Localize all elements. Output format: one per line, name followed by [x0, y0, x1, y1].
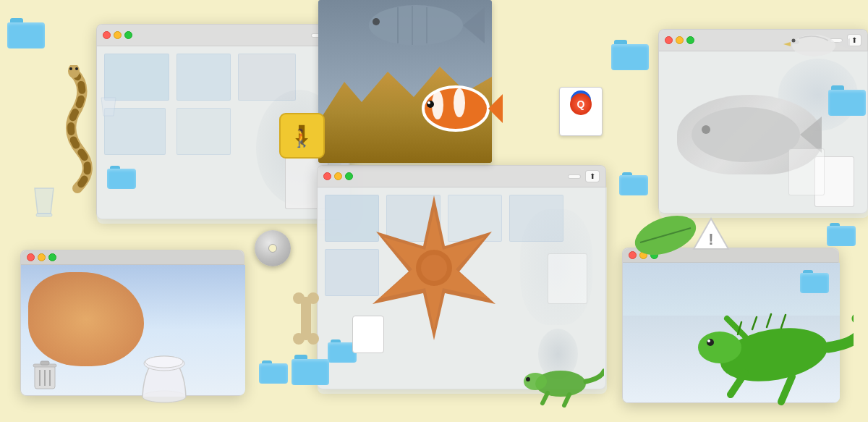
close-button-cat[interactable]: [665, 36, 673, 44]
svg-text:!: !: [708, 230, 713, 248]
svg-rect-50: [301, 297, 311, 340]
trash-svg: [32, 360, 58, 392]
seagull-svg: [778, 20, 850, 71]
folder-extra-1[interactable]: [259, 360, 288, 385]
paper-doc-2: [788, 148, 825, 195]
svg-point-42: [707, 339, 710, 342]
fullscreen-button-cat[interactable]: [686, 36, 694, 44]
folder-top-left[interactable]: [7, 18, 45, 50]
svg-point-56: [792, 39, 796, 43]
fullscreen-button-elephant[interactable]: [345, 172, 353, 180]
green-leaf: [633, 214, 698, 257]
svg-point-28: [75, 67, 78, 70]
top-fish: [354, 0, 485, 58]
bone-icon: [288, 290, 324, 347]
svg-point-12: [454, 88, 465, 117]
svg-marker-57: [783, 42, 791, 46]
trash-full-icon[interactable]: [32, 360, 58, 392]
wolf-titlebar: ⬆: [97, 25, 349, 46]
white-container: [137, 355, 192, 405]
traffic-lights-wolf: [103, 31, 132, 39]
svg-marker-54: [835, 38, 850, 49]
snake-svg: [52, 65, 99, 195]
fullscreen-button-wolf[interactable]: [124, 31, 132, 39]
starfish: [354, 188, 514, 347]
close-button-cat-photo[interactable]: [27, 253, 35, 261]
bone-svg: [288, 290, 324, 347]
wolf-folder-icon[interactable]: [107, 166, 136, 190]
folder-upper-right-2[interactable]: [619, 172, 648, 197]
svg-point-18: [373, 18, 380, 25]
leaf-svg: [633, 214, 698, 257]
elephant-titlebar: ⬆: [318, 166, 605, 187]
svg-point-25: [421, 255, 447, 281]
folder-upper-right-1[interactable]: [611, 40, 649, 72]
seagull-top-right: [778, 20, 850, 71]
svg-point-47: [526, 377, 530, 381]
svg-point-61: [145, 356, 183, 368]
fullscreen-button-cat-photo[interactable]: [48, 253, 56, 261]
wolf-thumb-5: [176, 108, 231, 155]
svg-point-51: [293, 333, 305, 345]
clownfish: [416, 72, 503, 145]
svg-line-45: [542, 393, 548, 403]
svg-point-44: [524, 373, 547, 390]
svg-point-53: [792, 35, 835, 56]
elephant-open-preview-button[interactable]: [568, 174, 581, 179]
svg-point-27: [69, 67, 72, 70]
minimize-button-cat-photo[interactable]: [38, 253, 46, 261]
download-sign-icon[interactable]: ⬇ 🚶: [278, 112, 326, 159]
cup-svg: [29, 185, 59, 219]
svg-point-14: [427, 101, 434, 108]
iguana-svg: [680, 282, 854, 413]
minimize-button-elephant[interactable]: [334, 172, 342, 180]
svg-rect-5: [41, 361, 49, 365]
minimize-button-cat[interactable]: [676, 36, 684, 44]
ginger-cat-shape: [28, 272, 144, 366]
cd-icon[interactable]: [255, 230, 291, 266]
starfish-svg: [354, 188, 514, 347]
folder-center-bottom[interactable]: [292, 355, 329, 387]
folder-right-2[interactable]: [827, 223, 856, 248]
cat-window-content: [659, 51, 868, 218]
cat-photo-window: [20, 250, 244, 396]
cup-small-1: [98, 94, 119, 119]
wolf-thumb-2: [176, 54, 231, 101]
traffic-lights-cat-photo: [27, 253, 56, 261]
top-fish-svg: [354, 0, 485, 58]
alert-icon: !: [692, 216, 730, 253]
svg-point-15: [427, 101, 430, 104]
cup-sm1-svg: [98, 94, 119, 119]
svg-point-2: [702, 125, 710, 134]
close-button-wolf[interactable]: [103, 31, 111, 39]
cat-photo-content: [21, 265, 245, 395]
close-button-elephant[interactable]: [323, 172, 331, 180]
small-lizard-svg: [517, 351, 604, 409]
svg-marker-1: [800, 117, 822, 153]
download-sign-svg: ⬇ 🚶: [278, 112, 326, 159]
folder-right-1[interactable]: [828, 85, 866, 117]
svg-text:🚶: 🚶: [291, 127, 312, 148]
alert-svg: !: [692, 216, 730, 253]
container-svg: [137, 355, 192, 405]
traffic-lights-cat: [665, 36, 694, 44]
snake: [52, 65, 99, 195]
cup-icon: [29, 185, 59, 219]
svg-marker-13: [488, 94, 503, 123]
cat-photo-titlebar: [21, 250, 244, 265]
svg-point-0: [692, 107, 800, 162]
small-lizard: [517, 351, 604, 409]
svg-point-52: [307, 333, 319, 345]
traffic-lights-elephant: [323, 172, 353, 180]
svg-point-37: [698, 332, 741, 363]
elephant-share-button[interactable]: ⬆: [585, 170, 600, 182]
svg-point-41: [707, 339, 714, 346]
svg-marker-17: [463, 7, 485, 43]
svg-line-39: [781, 376, 792, 402]
mov-file-icon[interactable]: Q: [559, 87, 603, 136]
clownfish-svg: [416, 72, 503, 145]
minimize-button-wolf[interactable]: [114, 31, 122, 39]
mov-quicktime-icon: Q: [570, 93, 592, 115]
svg-rect-58: [36, 214, 52, 216]
svg-point-16: [369, 5, 463, 46]
